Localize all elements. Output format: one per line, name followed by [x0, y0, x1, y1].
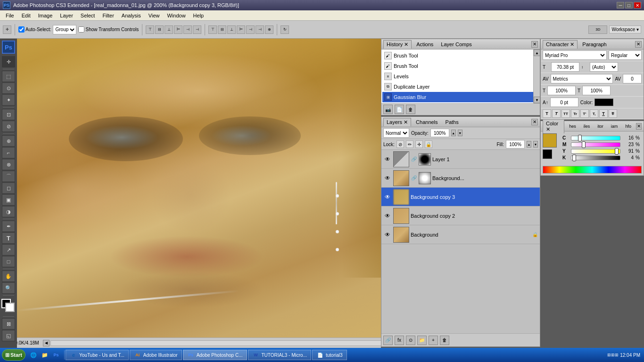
menu-analysis[interactable]: Analysis: [118, 12, 145, 19]
3d-button[interactable]: 3D: [588, 25, 607, 34]
fill-scroll-up[interactable]: ▲: [527, 141, 531, 148]
dist-top[interactable]: ⊤: [208, 25, 217, 34]
history-item-selected[interactable]: ⊞ Gaussian Blur: [382, 92, 539, 102]
taskbar-ie-icon[interactable]: 🌐: [28, 350, 39, 360]
hfo-tab[interactable]: hfo: [622, 123, 634, 130]
minimize-button[interactable]: ─: [617, 2, 624, 8]
lock-all-icon[interactable]: 🔒: [425, 140, 432, 148]
history-scroll-up[interactable]: ▲: [534, 49, 540, 56]
align-left[interactable]: ⊢: [174, 25, 182, 34]
close-button[interactable]: ✕: [634, 2, 641, 8]
superscript-btn[interactable]: T': [580, 109, 589, 118]
y-slider-track[interactable]: [571, 149, 620, 154]
menu-view[interactable]: View: [145, 12, 164, 19]
layer-delete-btn[interactable]: 🗑: [440, 336, 449, 345]
history-tab[interactable]: History ✕: [383, 40, 412, 49]
crop-tool[interactable]: ⊡: [2, 109, 15, 120]
canvas-rotate[interactable]: ↻: [281, 25, 289, 34]
c-slider-thumb[interactable]: [578, 135, 582, 141]
dist-hc[interactable]: ⊣: [246, 25, 255, 34]
move-tool-option[interactable]: ✛: [3, 25, 11, 34]
layer-link-icon[interactable]: 🔗: [411, 175, 417, 181]
scroll-bar-h[interactable]: ◀ ▶: [43, 340, 381, 346]
character-tab[interactable]: Character ✕: [543, 40, 578, 49]
layer-fx-btn[interactable]: fx: [395, 336, 404, 345]
subscript-btn[interactable]: T,: [590, 109, 598, 118]
lasso-tool[interactable]: ⊙: [2, 82, 15, 94]
foreground-color-swatch[interactable]: [543, 133, 557, 148]
font-family-select[interactable]: Myriad Pro: [543, 50, 607, 60]
menu-file[interactable]: File: [2, 12, 18, 19]
channels-tab[interactable]: Channels: [413, 118, 440, 126]
history-snapshot-btn[interactable]: 📷: [383, 105, 393, 114]
paragraph-tab[interactable]: Paragraph: [579, 41, 609, 48]
layer-visibility-eye[interactable]: 👁: [383, 155, 392, 164]
color-spectrum-bar[interactable]: [543, 166, 642, 173]
layer-visibility-eye[interactable]: 👁: [383, 174, 392, 182]
font-style-select[interactable]: Regular: [609, 50, 642, 60]
dist-l[interactable]: ⊢: [237, 25, 245, 34]
fill-scroll-down[interactable]: ▼: [533, 141, 538, 148]
layer-link-btn[interactable]: 🔗: [383, 336, 393, 345]
eraser-tool[interactable]: ◻: [2, 182, 15, 194]
layer-new-btn[interactable]: +: [429, 336, 438, 345]
strikethrough-btn[interactable]: T: [609, 109, 617, 118]
path-selection-tool[interactable]: ↗: [2, 244, 15, 255]
quick-mask-tool[interactable]: ⊠: [2, 318, 15, 329]
history-item[interactable]: ≡ Levels: [382, 71, 539, 82]
tray-icons[interactable]: ⊞⊞⊞: [608, 350, 618, 360]
layer-item-background-dots[interactable]: 👁 🔗 Background...: [381, 169, 540, 188]
kerning-input[interactable]: [623, 74, 642, 83]
font-size-input[interactable]: [551, 62, 579, 72]
color-swatch-box[interactable]: [1, 299, 16, 313]
eyedropper-tool[interactable]: ⊘: [2, 121, 15, 132]
underline-btn[interactable]: T: [599, 109, 608, 118]
layer-visibility-eye[interactable]: 👁: [383, 193, 392, 201]
zoom-tool[interactable]: 🔍: [2, 282, 15, 294]
italic-type-btn[interactable]: T: [552, 109, 561, 118]
iam-tab[interactable]: iam: [608, 123, 621, 130]
k-slider-thumb[interactable]: [572, 155, 576, 161]
scroll-left[interactable]: ◀: [43, 340, 50, 346]
layer-visibility-eye[interactable]: 👁: [383, 230, 392, 239]
taskbar-photoshop-app[interactable]: Ps Adobe Photoshop C...: [183, 350, 247, 360]
marquee-tool[interactable]: ⬚: [2, 71, 15, 82]
align-right[interactable]: ⊣: [193, 25, 201, 34]
taskbar-tutorial3-app[interactable]: 📄 tutorial3: [312, 350, 347, 360]
m-slider-track[interactable]: [571, 142, 620, 147]
background-color-swatch[interactable]: [543, 149, 552, 159]
m-slider-thumb[interactable]: [582, 141, 586, 148]
history-scroll-down[interactable]: ▼: [534, 97, 540, 103]
taskbar-illustrator-app[interactable]: Ai Adobe Illustrator: [130, 350, 182, 360]
auto-select-checkbox[interactable]: Auto-Select:: [18, 26, 51, 33]
layer-mask-btn[interactable]: ⊙: [406, 336, 415, 345]
clone-stamp-tool[interactable]: ⊗: [2, 159, 15, 170]
layer-link-icon[interactable]: 🔗: [411, 156, 417, 162]
menu-image[interactable]: Image: [34, 12, 57, 19]
layer-item-bgcopy3[interactable]: 👁 Background copy 3: [381, 188, 540, 206]
taskbar-explorer-icon[interactable]: 📁: [40, 350, 50, 360]
history-item[interactable]: 🖌 Brush Tool: [382, 61, 539, 71]
workspace-button[interactable]: Workspace ▾: [609, 25, 641, 33]
canvas-container[interactable]: ▲ ▼: [17, 39, 381, 337]
opacity-scroll-up[interactable]: ▲: [451, 130, 456, 136]
layer-comps-tab[interactable]: Layer Comps: [438, 41, 474, 48]
blend-mode-select[interactable]: Normal: [383, 128, 409, 138]
history-scroll[interactable]: ▲ ▼: [533, 49, 540, 103]
type-tool[interactable]: T: [2, 232, 15, 244]
taskbar-word-app[interactable]: W TUTORIAL3 - Micro...: [248, 350, 312, 360]
history-item[interactable]: ⧉ Duplicate Layer: [382, 82, 539, 92]
show-transform-checkbox[interactable]: Show Transform Controls: [78, 26, 139, 33]
history-panel-close[interactable]: ✕: [531, 41, 538, 48]
char-panel-close[interactable]: ✕: [635, 41, 642, 48]
move-tool[interactable]: ✛: [2, 56, 15, 67]
menu-layer[interactable]: Layer: [56, 12, 77, 19]
dodge-tool[interactable]: ◑: [2, 206, 15, 217]
color-panel-close[interactable]: ✕: [636, 123, 642, 130]
dist-extra[interactable]: ⊕: [265, 25, 273, 34]
layers-tab[interactable]: Layers ✕: [383, 118, 411, 126]
pen-tool[interactable]: ✒: [2, 221, 15, 232]
opacity-scroll-down[interactable]: ▼: [458, 130, 462, 136]
magic-wand-tool[interactable]: ✦: [2, 94, 15, 106]
layers-panel-close[interactable]: ✕: [531, 119, 538, 125]
